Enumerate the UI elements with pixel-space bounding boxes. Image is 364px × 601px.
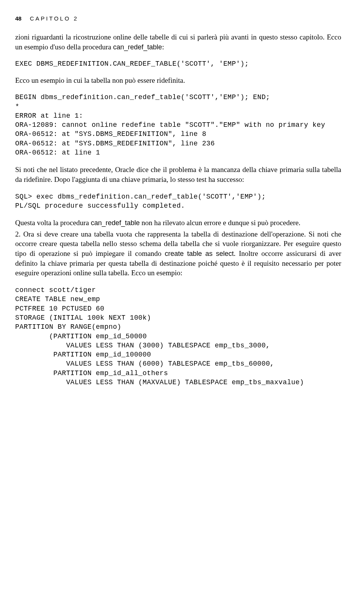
code-block-3: SQL> exec dbms_redefinition.can_redef_ta…	[15, 192, 341, 211]
inline-code-can-redef-table: can_redef_table	[113, 43, 162, 51]
paragraph-4: Questa volta la procedura can_redef_tabl…	[15, 218, 341, 228]
page-header: 48CAPITOLO 2	[15, 15, 341, 22]
chapter-label: CAPITOLO 2	[30, 15, 78, 22]
paragraph-3: Si noti che nel listato precedente, Orac…	[15, 165, 341, 184]
paragraph-5: 2. Ora si deve creare una tabella vuota …	[15, 229, 341, 278]
inline-code-can-redef-table-2: can_redef_table	[91, 219, 140, 227]
inline-code-create-table: create table as select	[165, 250, 234, 257]
code-block-2: BEGIN dbms_redefinition.can_redef_table(…	[15, 93, 341, 157]
paragraph-1: zioni riguardanti la ricostruzione onlin…	[15, 32, 341, 52]
para4-text-prefix: Questa volta la procedura	[15, 219, 91, 227]
para1-text-prefix: zioni riguardanti la ricostruzione onlin…	[15, 33, 341, 51]
para4-text-suffix: non ha rilevato alcun errore e dunque si…	[140, 219, 301, 227]
para1-text-suffix: :	[162, 43, 164, 51]
page-number: 48	[15, 15, 22, 22]
paragraph-2: Ecco un esempio in cui la tabella non pu…	[15, 76, 341, 85]
code-block-4: connect scott/tiger CREATE TABLE new_emp…	[15, 286, 341, 387]
code-block-1: EXEC DBMS_REDEFINITION.CAN_REDEF_TABLE('…	[15, 59, 341, 68]
